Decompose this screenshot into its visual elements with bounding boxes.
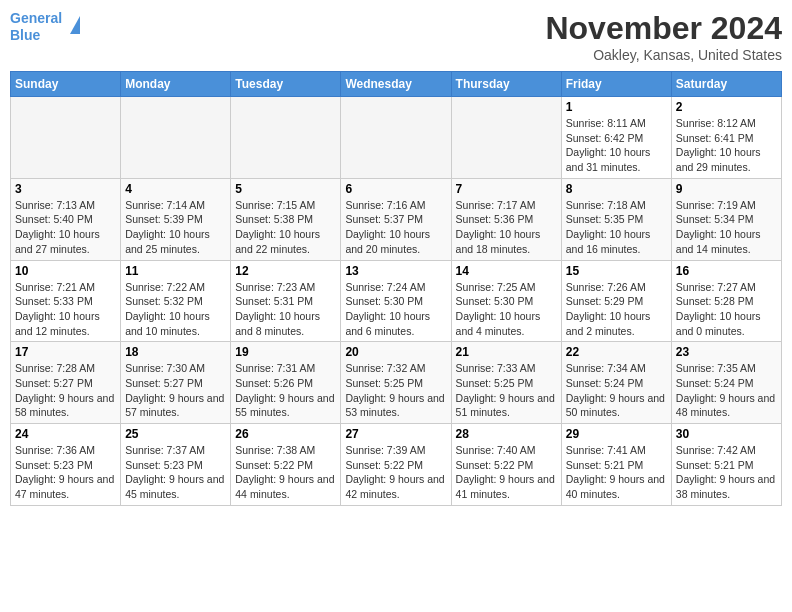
- day-info: Sunrise: 7:27 AMSunset: 5:28 PMDaylight:…: [676, 280, 777, 339]
- day-number: 29: [566, 427, 667, 441]
- day-info: Sunrise: 7:42 AMSunset: 5:21 PMDaylight:…: [676, 443, 777, 502]
- day-number: 13: [345, 264, 446, 278]
- calendar-cell: 23Sunrise: 7:35 AMSunset: 5:24 PMDayligh…: [671, 342, 781, 424]
- day-number: 21: [456, 345, 557, 359]
- calendar-cell: 27Sunrise: 7:39 AMSunset: 5:22 PMDayligh…: [341, 424, 451, 506]
- day-info: Sunrise: 7:19 AMSunset: 5:34 PMDaylight:…: [676, 198, 777, 257]
- day-info: Sunrise: 7:32 AMSunset: 5:25 PMDaylight:…: [345, 361, 446, 420]
- calendar-cell: 22Sunrise: 7:34 AMSunset: 5:24 PMDayligh…: [561, 342, 671, 424]
- day-info: Sunrise: 7:30 AMSunset: 5:27 PMDaylight:…: [125, 361, 226, 420]
- day-info: Sunrise: 7:26 AMSunset: 5:29 PMDaylight:…: [566, 280, 667, 339]
- calendar-week-1: 1Sunrise: 8:11 AMSunset: 6:42 PMDaylight…: [11, 97, 782, 179]
- day-number: 17: [15, 345, 116, 359]
- calendar-cell: 14Sunrise: 7:25 AMSunset: 5:30 PMDayligh…: [451, 260, 561, 342]
- location: Oakley, Kansas, United States: [545, 47, 782, 63]
- day-number: 30: [676, 427, 777, 441]
- day-number: 1: [566, 100, 667, 114]
- day-info: Sunrise: 7:18 AMSunset: 5:35 PMDaylight:…: [566, 198, 667, 257]
- day-info: Sunrise: 7:15 AMSunset: 5:38 PMDaylight:…: [235, 198, 336, 257]
- calendar-cell: 13Sunrise: 7:24 AMSunset: 5:30 PMDayligh…: [341, 260, 451, 342]
- day-info: Sunrise: 7:38 AMSunset: 5:22 PMDaylight:…: [235, 443, 336, 502]
- day-number: 7: [456, 182, 557, 196]
- day-info: Sunrise: 7:21 AMSunset: 5:33 PMDaylight:…: [15, 280, 116, 339]
- calendar-cell: 26Sunrise: 7:38 AMSunset: 5:22 PMDayligh…: [231, 424, 341, 506]
- day-info: Sunrise: 7:24 AMSunset: 5:30 PMDaylight:…: [345, 280, 446, 339]
- title-block: November 2024 Oakley, Kansas, United Sta…: [545, 10, 782, 63]
- calendar-cell: 21Sunrise: 7:33 AMSunset: 5:25 PMDayligh…: [451, 342, 561, 424]
- day-number: 10: [15, 264, 116, 278]
- calendar-week-3: 10Sunrise: 7:21 AMSunset: 5:33 PMDayligh…: [11, 260, 782, 342]
- day-number: 25: [125, 427, 226, 441]
- day-info: Sunrise: 7:39 AMSunset: 5:22 PMDaylight:…: [345, 443, 446, 502]
- day-number: 6: [345, 182, 446, 196]
- page-header: General Blue November 2024 Oakley, Kansa…: [10, 10, 782, 63]
- day-number: 12: [235, 264, 336, 278]
- calendar-cell: 7Sunrise: 7:17 AMSunset: 5:36 PMDaylight…: [451, 178, 561, 260]
- calendar-cell: 15Sunrise: 7:26 AMSunset: 5:29 PMDayligh…: [561, 260, 671, 342]
- calendar-cell: 12Sunrise: 7:23 AMSunset: 5:31 PMDayligh…: [231, 260, 341, 342]
- day-header-monday: Monday: [121, 72, 231, 97]
- calendar-cell: [341, 97, 451, 179]
- calendar-cell: 16Sunrise: 7:27 AMSunset: 5:28 PMDayligh…: [671, 260, 781, 342]
- calendar-cell: [231, 97, 341, 179]
- day-info: Sunrise: 7:28 AMSunset: 5:27 PMDaylight:…: [15, 361, 116, 420]
- day-info: Sunrise: 7:41 AMSunset: 5:21 PMDaylight:…: [566, 443, 667, 502]
- day-number: 9: [676, 182, 777, 196]
- calendar-cell: 6Sunrise: 7:16 AMSunset: 5:37 PMDaylight…: [341, 178, 451, 260]
- day-header-wednesday: Wednesday: [341, 72, 451, 97]
- day-number: 16: [676, 264, 777, 278]
- day-info: Sunrise: 7:22 AMSunset: 5:32 PMDaylight:…: [125, 280, 226, 339]
- day-number: 23: [676, 345, 777, 359]
- day-info: Sunrise: 7:36 AMSunset: 5:23 PMDaylight:…: [15, 443, 116, 502]
- day-header-thursday: Thursday: [451, 72, 561, 97]
- logo-blue: Blue: [10, 27, 40, 43]
- calendar-cell: 24Sunrise: 7:36 AMSunset: 5:23 PMDayligh…: [11, 424, 121, 506]
- logo-triangle-icon: [70, 16, 80, 34]
- calendar-week-4: 17Sunrise: 7:28 AMSunset: 5:27 PMDayligh…: [11, 342, 782, 424]
- day-info: Sunrise: 7:25 AMSunset: 5:30 PMDaylight:…: [456, 280, 557, 339]
- day-number: 14: [456, 264, 557, 278]
- day-number: 3: [15, 182, 116, 196]
- day-header-saturday: Saturday: [671, 72, 781, 97]
- calendar-cell: 30Sunrise: 7:42 AMSunset: 5:21 PMDayligh…: [671, 424, 781, 506]
- calendar-cell: 18Sunrise: 7:30 AMSunset: 5:27 PMDayligh…: [121, 342, 231, 424]
- logo-general: General: [10, 10, 62, 26]
- day-number: 28: [456, 427, 557, 441]
- logo-text-block: General Blue: [10, 10, 62, 44]
- day-number: 11: [125, 264, 226, 278]
- calendar-week-5: 24Sunrise: 7:36 AMSunset: 5:23 PMDayligh…: [11, 424, 782, 506]
- calendar-cell: 10Sunrise: 7:21 AMSunset: 5:33 PMDayligh…: [11, 260, 121, 342]
- day-header-sunday: Sunday: [11, 72, 121, 97]
- day-info: Sunrise: 7:13 AMSunset: 5:40 PMDaylight:…: [15, 198, 116, 257]
- month-title: November 2024: [545, 10, 782, 47]
- calendar-header-row: SundayMondayTuesdayWednesdayThursdayFrid…: [11, 72, 782, 97]
- day-number: 20: [345, 345, 446, 359]
- day-number: 22: [566, 345, 667, 359]
- day-info: Sunrise: 7:17 AMSunset: 5:36 PMDaylight:…: [456, 198, 557, 257]
- calendar-cell: [11, 97, 121, 179]
- calendar-cell: 19Sunrise: 7:31 AMSunset: 5:26 PMDayligh…: [231, 342, 341, 424]
- day-info: Sunrise: 7:34 AMSunset: 5:24 PMDaylight:…: [566, 361, 667, 420]
- logo: General Blue: [10, 10, 80, 44]
- day-number: 15: [566, 264, 667, 278]
- day-info: Sunrise: 8:11 AMSunset: 6:42 PMDaylight:…: [566, 116, 667, 175]
- calendar-cell: 28Sunrise: 7:40 AMSunset: 5:22 PMDayligh…: [451, 424, 561, 506]
- day-number: 4: [125, 182, 226, 196]
- day-info: Sunrise: 7:33 AMSunset: 5:25 PMDaylight:…: [456, 361, 557, 420]
- calendar-cell: 2Sunrise: 8:12 AMSunset: 6:41 PMDaylight…: [671, 97, 781, 179]
- calendar-cell: 8Sunrise: 7:18 AMSunset: 5:35 PMDaylight…: [561, 178, 671, 260]
- day-number: 18: [125, 345, 226, 359]
- day-header-tuesday: Tuesday: [231, 72, 341, 97]
- day-number: 27: [345, 427, 446, 441]
- day-info: Sunrise: 7:37 AMSunset: 5:23 PMDaylight:…: [125, 443, 226, 502]
- day-number: 19: [235, 345, 336, 359]
- calendar-cell: 9Sunrise: 7:19 AMSunset: 5:34 PMDaylight…: [671, 178, 781, 260]
- calendar-cell: 11Sunrise: 7:22 AMSunset: 5:32 PMDayligh…: [121, 260, 231, 342]
- day-info: Sunrise: 7:35 AMSunset: 5:24 PMDaylight:…: [676, 361, 777, 420]
- calendar-week-2: 3Sunrise: 7:13 AMSunset: 5:40 PMDaylight…: [11, 178, 782, 260]
- day-number: 24: [15, 427, 116, 441]
- calendar-cell: 4Sunrise: 7:14 AMSunset: 5:39 PMDaylight…: [121, 178, 231, 260]
- calendar-cell: 1Sunrise: 8:11 AMSunset: 6:42 PMDaylight…: [561, 97, 671, 179]
- calendar-cell: [451, 97, 561, 179]
- day-number: 8: [566, 182, 667, 196]
